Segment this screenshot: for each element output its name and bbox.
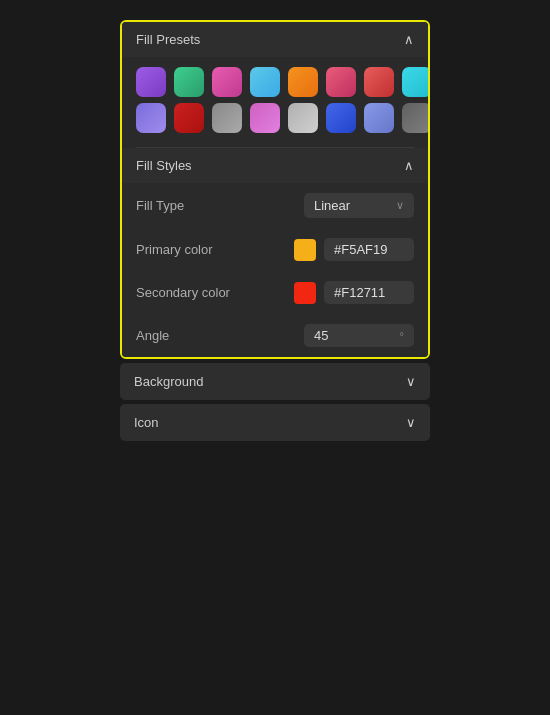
primary-color-hex[interactable]: #F5AF19	[324, 238, 414, 261]
primary-color-control: #F5AF19	[294, 238, 414, 261]
icon-label: Icon	[134, 415, 159, 430]
fill-type-control: Linear ∨	[304, 193, 414, 218]
preset-swatch-rose[interactable]	[326, 67, 356, 97]
fill-presets-label: Fill Presets	[136, 32, 200, 47]
fill-styles-section: Fill Styles ∧ Fill Type Linear ∨ Primary…	[122, 148, 428, 357]
fill-type-chevron: ∨	[396, 199, 404, 212]
presets-row-2	[136, 103, 414, 133]
bottom-sections: Background ∨ Icon ∨	[120, 363, 430, 441]
preset-swatch-red[interactable]	[364, 67, 394, 97]
angle-unit: °	[400, 330, 404, 342]
fill-type-selector[interactable]: Linear ∨	[304, 193, 414, 218]
primary-color-label: Primary color	[136, 242, 213, 257]
preset-swatch-blue[interactable]	[326, 103, 356, 133]
fill-presets-header[interactable]: Fill Presets ∧	[122, 22, 428, 57]
background-chevron: ∨	[406, 374, 416, 389]
preset-swatch-dark-gray[interactable]	[402, 103, 430, 133]
angle-row: Angle 45 °	[122, 314, 428, 357]
preset-swatch-purple[interactable]	[136, 67, 166, 97]
secondary-color-row: Secondary color #F12711	[122, 271, 428, 314]
fill-styles-chevron: ∧	[404, 158, 414, 173]
primary-color-swatch[interactable]	[294, 239, 316, 261]
fill-presets-chevron: ∧	[404, 32, 414, 47]
primary-color-row: Primary color #F5AF19	[122, 228, 428, 271]
preset-swatch-green[interactable]	[174, 67, 204, 97]
preset-swatch-light-gray[interactable]	[288, 103, 318, 133]
fill-styles-label: Fill Styles	[136, 158, 192, 173]
preset-swatch-dark-red[interactable]	[174, 103, 204, 133]
fill-type-value: Linear	[314, 198, 350, 213]
preset-swatch-teal[interactable]	[250, 67, 280, 97]
background-label: Background	[134, 374, 203, 389]
presets-row-1	[136, 67, 414, 97]
background-section[interactable]: Background ∨	[120, 363, 430, 400]
preset-swatch-magenta[interactable]	[250, 103, 280, 133]
preset-swatch-gray[interactable]	[212, 103, 242, 133]
secondary-color-control: #F12711	[294, 281, 414, 304]
secondary-color-swatch[interactable]	[294, 282, 316, 304]
secondary-color-hex[interactable]: #F12711	[324, 281, 414, 304]
icon-section[interactable]: Icon ∨	[120, 404, 430, 441]
preset-swatch-cyan[interactable]	[402, 67, 430, 97]
angle-label: Angle	[136, 328, 169, 343]
angle-control: 45 °	[304, 324, 414, 347]
fill-type-label: Fill Type	[136, 198, 184, 213]
preset-swatch-periwinkle[interactable]	[364, 103, 394, 133]
icon-chevron: ∨	[406, 415, 416, 430]
fill-styles-header[interactable]: Fill Styles ∧	[122, 148, 428, 183]
secondary-color-label: Secondary color	[136, 285, 230, 300]
fill-type-row: Fill Type Linear ∨	[122, 183, 428, 228]
angle-field[interactable]: 45 °	[304, 324, 414, 347]
angle-value: 45	[314, 328, 328, 343]
preset-swatch-orange[interactable]	[288, 67, 318, 97]
preset-swatch-lavender[interactable]	[136, 103, 166, 133]
panel-container: Fill Presets ∧	[120, 20, 430, 441]
preset-swatch-pink[interactable]	[212, 67, 242, 97]
highlighted-section: Fill Presets ∧	[120, 20, 430, 359]
presets-grid	[122, 57, 428, 147]
